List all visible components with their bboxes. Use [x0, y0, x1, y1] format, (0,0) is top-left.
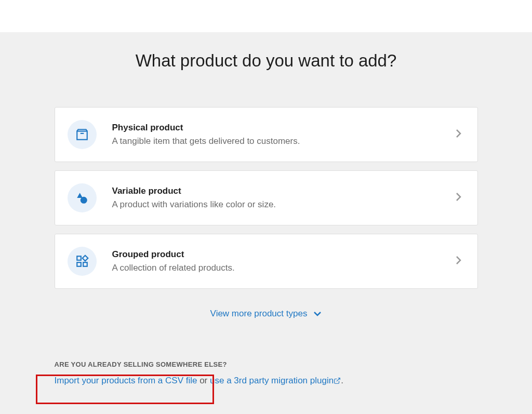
option-desc: A product with variations like color or …: [112, 199, 456, 210]
svg-rect-4: [77, 256, 81, 260]
chevron-down-icon: [313, 309, 322, 319]
option-text: Grouped product A collection of related …: [112, 249, 456, 273]
option-variable-product[interactable]: Variable product A product with variatio…: [55, 170, 478, 225]
chevron-right-icon: [456, 192, 462, 204]
footer-label: ARE YOU ALREADY SELLING SOMEWHERE ELSE?: [55, 360, 478, 368]
chevron-right-icon: [456, 128, 462, 141]
svg-marker-2: [77, 193, 83, 198]
option-title: Physical product: [112, 123, 456, 133]
shapes-icon: [68, 183, 97, 212]
view-more-label: View more product types: [210, 309, 308, 319]
option-text: Variable product A product with variatio…: [112, 186, 456, 210]
svg-rect-6: [83, 262, 87, 266]
footer-section: ARE YOU ALREADY SELLING SOMEWHERE ELSE? …: [55, 360, 478, 387]
option-desc: A tangible item that gets delivered to c…: [112, 136, 456, 146]
box-icon: [68, 120, 97, 149]
footer-tail: .: [341, 376, 343, 385]
option-grouped-product[interactable]: Grouped product A collection of related …: [55, 234, 478, 289]
svg-rect-0: [77, 131, 87, 140]
grid-icon: [68, 247, 97, 276]
option-text: Physical product A tangible item that ge…: [112, 123, 456, 146]
svg-point-3: [80, 197, 87, 204]
svg-rect-5: [77, 262, 81, 266]
option-desc: A collection of related products.: [112, 263, 456, 273]
option-physical-product[interactable]: Physical product A tangible item that ge…: [55, 107, 478, 162]
option-title: Variable product: [112, 186, 456, 196]
svg-line-8: [337, 378, 340, 381]
footer-line: Import your products from a CSV file or …: [55, 376, 478, 387]
external-link-icon: [334, 377, 341, 387]
svg-rect-7: [82, 256, 88, 261]
view-more-button[interactable]: View more product types: [210, 309, 322, 319]
chevron-right-icon: [456, 255, 462, 268]
migration-plugin-link[interactable]: use a 3rd party migration plugin: [210, 376, 341, 385]
page-title: What product do you want to add?: [55, 51, 478, 71]
option-title: Grouped product: [112, 249, 456, 260]
import-csv-link[interactable]: Import your products from a CSV file: [55, 376, 197, 385]
footer-mid: or: [197, 376, 210, 385]
